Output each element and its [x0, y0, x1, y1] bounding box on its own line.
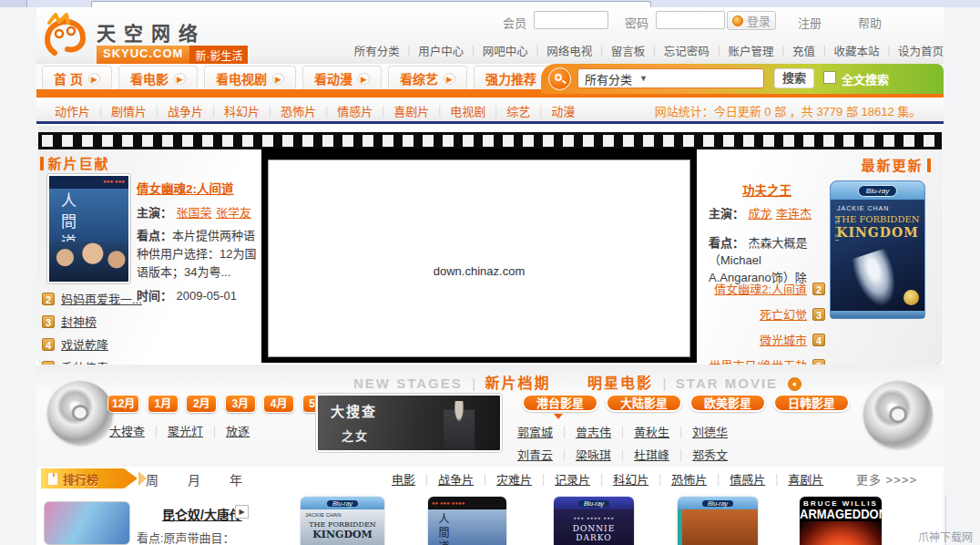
utility-link-recharge[interactable]: 充值 — [773, 42, 815, 58]
month-button-apr[interactable]: 4月 — [263, 395, 294, 413]
update-link[interactable]: 微光城市 — [760, 331, 807, 348]
ranking-link[interactable]: 封神榜 — [61, 313, 97, 330]
star-link[interactable]: 张学友 — [216, 206, 251, 220]
nav-tab-home[interactable]: 首 页 ▶ — [42, 66, 112, 90]
nav-tab-movies[interactable]: 看电影 ▶ — [118, 66, 198, 90]
new-release-title-link[interactable]: 倩女幽魂2:人间道 — [137, 182, 234, 196]
poster-figure — [850, 248, 904, 312]
list-item: 3 封神榜 — [42, 313, 251, 330]
category-link-romance[interactable]: 情感片 — [316, 102, 373, 119]
utility-link-netbar-center[interactable]: 网吧中心 — [464, 42, 528, 58]
star-name-link[interactable]: 刘青云 — [517, 446, 553, 463]
member-input[interactable] — [534, 11, 608, 29]
more-link[interactable]: 更多 >>>> — [856, 470, 917, 488]
utility-link-user-center[interactable]: 用户中心 — [400, 42, 464, 58]
star-link[interactable]: 李连杰 — [776, 207, 812, 221]
poster-qiannv-youhun[interactable]: ●● ●●●·●●●● 人間道 — [428, 497, 506, 545]
latest-update-title-link[interactable]: 功夫之王 — [742, 184, 791, 198]
update-link[interactable]: 倩女幽魂2:人间道 — [714, 280, 807, 297]
star-name-link[interactable]: 梁咏琪 — [553, 446, 611, 463]
rank-cat-movie[interactable]: 电影 — [392, 470, 415, 488]
star-name-link[interactable]: 曾志伟 — [553, 423, 611, 440]
category-link-scifi[interactable]: 科幻片 — [203, 102, 260, 119]
utility-link-forgot-password[interactable]: 忘记密码 — [645, 42, 709, 58]
rank-cat-war[interactable]: 战争片 — [415, 470, 474, 488]
star-link[interactable]: 成龙 — [748, 207, 771, 221]
stage-banner[interactable]: 大搜查 之女 — [316, 394, 502, 452]
category-link-tv[interactable]: 电视剧 — [429, 102, 485, 119]
star-name-link[interactable]: 刘德华 — [669, 423, 728, 440]
site-logo[interactable]: 天空网络 SKYUC.COM 新·影生活 — [40, 11, 250, 62]
utility-link-all-categories[interactable]: 所有分类 — [354, 42, 400, 58]
stage-link[interactable]: 大搜查 — [109, 422, 145, 439]
nav-tab-anime[interactable]: 看动漫 ▶ — [302, 66, 382, 90]
category-link-war[interactable]: 战争片 — [147, 102, 203, 119]
ranking-link[interactable]: 妈妈再爱我一... — [61, 290, 142, 307]
search-category-select[interactable]: 所有分类 — [585, 70, 632, 87]
search-button[interactable]: 搜索 — [774, 68, 814, 88]
rank-cat-horror[interactable]: 恐怖片 — [648, 470, 707, 488]
star-link[interactable]: 张国荣 — [176, 206, 211, 220]
month-button-dec[interactable]: 12月 — [107, 395, 139, 413]
utility-link-message-board[interactable]: 留言板 — [592, 42, 645, 58]
rank-cat-disaster[interactable]: 灾难片 — [474, 470, 532, 488]
category-link-action[interactable]: 动作片 — [55, 102, 90, 119]
month-button-mar[interactable]: 3月 — [225, 395, 256, 413]
forbidden-kingdom-poster[interactable]: Blu-ray JACKIE CHAN JET LI THE FORBIDDEN… — [830, 180, 925, 319]
ranking-categories: 电影 战争片 灾难片 记录片 科幻片 恐怖片 情感片 喜剧片 — [392, 470, 823, 488]
star-name-link[interactable]: 杜琪峰 — [611, 446, 669, 463]
help-link[interactable]: 帮助 — [858, 14, 882, 31]
featured-movie-thumbnail[interactable] — [44, 501, 130, 545]
month-button-jan[interactable]: 1月 — [148, 395, 179, 413]
new-releases-header: 新片巨献 — [40, 153, 109, 172]
flash-player-placeholder[interactable]: down.chinaz.com — [261, 149, 697, 363]
rank-cat-scifi[interactable]: 科幻片 — [590, 470, 648, 488]
category-link-horror[interactable]: 恐怖片 — [260, 102, 316, 119]
featured-movie-title[interactable]: 昆仑奴/大唐传 — [162, 505, 242, 523]
poster-armageddon[interactable]: BRUCE WILLIS ARMAGEDDON — [800, 497, 882, 545]
category-link-drama[interactable]: 剧情片 — [90, 102, 147, 119]
star-name-link[interactable]: 郑秀文 — [669, 446, 728, 463]
period-month[interactable]: 月 — [188, 470, 200, 488]
play-icon[interactable]: ▶ — [235, 505, 249, 519]
star-tab-western[interactable]: 欧美影星 — [689, 394, 766, 412]
page-root: 天空网络 SKYUC.COM 新·影生活 会员 密码 登录 注册 帮助 所有分类… — [0, 0, 980, 545]
password-input[interactable] — [656, 11, 725, 29]
rank-cat-documentary[interactable]: 记录片 — [532, 470, 590, 488]
utility-link-set-homepage[interactable]: 设为首页 — [879, 42, 944, 58]
month-button-feb[interactable]: 2月 — [186, 395, 217, 413]
period-week[interactable]: 周 — [146, 470, 158, 488]
star-tab-jp-kr[interactable]: 日韩影星 — [773, 394, 850, 412]
star-name-link[interactable]: 郭富城 — [517, 423, 553, 440]
nav-tab-variety[interactable]: 看综艺 ▶ — [388, 66, 467, 90]
star-tab-mainland[interactable]: 大陆影星 — [606, 394, 682, 412]
arrow-circle-icon: ▶ — [174, 73, 186, 85]
category-link-variety[interactable]: 综艺 — [485, 102, 530, 119]
site-title: 天空网络 — [97, 18, 206, 46]
update-link[interactable]: 死亡幻觉 — [760, 305, 807, 323]
poster-forbidden-kingdom[interactable]: Blu-ray JACKIE CHAN THE FORBIDDEN KINGDO… — [301, 497, 384, 545]
utility-link-bookmark[interactable]: 收藏本站 — [815, 42, 880, 58]
fulltext-checkbox[interactable] — [823, 71, 836, 84]
period-year[interactable]: 年 — [230, 470, 242, 488]
star-tab-hk-tw[interactable]: 港台影星 — [522, 394, 598, 412]
category-link-anime[interactable]: 动漫 — [530, 102, 575, 119]
new-release-poster[interactable]: ●●●·●●● 人間道 — [46, 173, 131, 284]
poster-donnie-darko[interactable]: Blu-ray ●●● ●●●● ●●● DONNIE DARKO — [554, 497, 634, 545]
highlight-label: 看点： — [709, 236, 744, 250]
ranking-tab[interactable]: 排行榜 — [41, 468, 138, 488]
register-link[interactable]: 注册 — [798, 14, 822, 31]
category-link-comedy[interactable]: 喜剧片 — [373, 102, 429, 119]
rank-cat-comedy[interactable]: 喜剧片 — [765, 470, 823, 488]
ranking-link[interactable]: 戏说乾隆 — [61, 335, 108, 353]
nav-tab-tv-series[interactable]: 看电视剧 ▶ — [204, 66, 296, 90]
star-name-link[interactable]: 黄秋生 — [611, 423, 669, 440]
search-input[interactable]: 所有分类 ▼ — [577, 68, 764, 88]
poster-colorful-bluray[interactable]: Blu-ray — [678, 497, 758, 545]
stage-link[interactable]: 放逐 — [203, 422, 250, 439]
utility-link-account[interactable]: 账户管理 — [709, 42, 774, 58]
rank-cat-romance[interactable]: 情感片 — [707, 470, 765, 488]
utility-link-web-tv[interactable]: 网络电视 — [528, 42, 593, 58]
login-button[interactable]: 登录 — [727, 11, 776, 30]
stage-link[interactable]: 聚光灯 — [145, 422, 203, 439]
